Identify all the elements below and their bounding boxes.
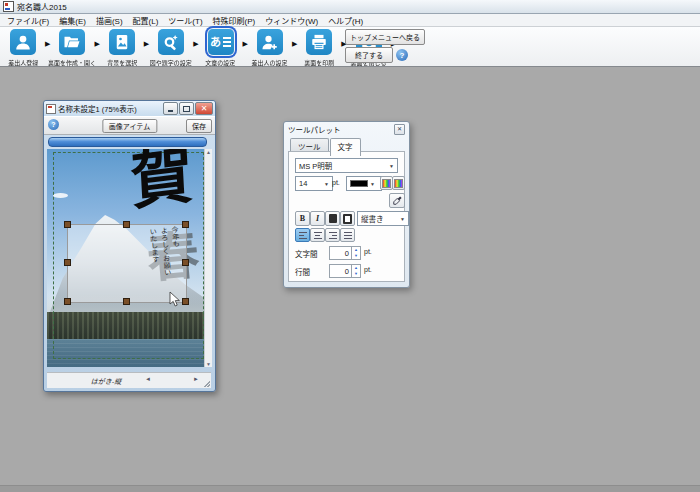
palette-title-bar[interactable]: ツールパレット ✕ <box>284 122 409 136</box>
step-create-open-back[interactable]: 裏面を作成・開く <box>52 29 92 67</box>
handle-bottom-left[interactable] <box>64 298 71 305</box>
shadow-style-icon <box>329 214 337 223</box>
italic-button[interactable]: I <box>310 211 325 226</box>
step-label: 裏面を印刷 <box>304 57 334 66</box>
spin-down-icon: ▼ <box>352 271 360 277</box>
menu-window[interactable]: ウィンドウ(W) <box>260 15 323 26</box>
step-arrow-icon: ▶ <box>243 40 248 48</box>
chevron-down-icon: ▼ <box>400 216 405 222</box>
greeting-text[interactable]: 今年も よろしくお願い いたします <box>146 226 185 301</box>
document-window[interactable]: 名称未設定1 (75%表示) ✕ ? 画像アイテム 保存 賀 春 <box>43 100 216 392</box>
char-spacing-input[interactable]: 0 ▲▼ <box>329 246 361 260</box>
chevron-down-icon: ▼ <box>324 181 329 187</box>
menu-draw[interactable]: 描画(S) <box>91 15 128 26</box>
handle-top-right[interactable] <box>182 221 189 228</box>
bold-button[interactable]: B <box>295 211 310 226</box>
document-title-bar[interactable]: 名称未設定1 (75%表示) ✕ <box>44 101 215 116</box>
step-select-background[interactable]: 背景を選択 <box>102 29 142 67</box>
orientation-select[interactable]: 縦書き ▼ <box>357 211 409 226</box>
gradient-colors-button[interactable] <box>392 176 405 190</box>
align-justify-button[interactable] <box>340 228 355 242</box>
step-label: 差出人の設定 <box>252 57 288 66</box>
tool-palette-window[interactable]: ツールパレット ✕ ツール 文字 MS P明朝 ▼ 14 ▼ pt. ▼ <box>283 121 410 288</box>
outline-style-button[interactable] <box>340 211 355 226</box>
handle-bottom-right[interactable] <box>182 298 189 305</box>
handle-bottom-center[interactable] <box>123 298 130 305</box>
toolbar-right-controls: トップメニューへ戻る 終了する ? <box>345 29 425 63</box>
background-image-icon <box>109 29 135 55</box>
menu-help[interactable]: ヘルプ(H) <box>323 15 368 26</box>
resize-grip[interactable] <box>204 381 210 387</box>
menu-layout[interactable]: 配置(L) <box>128 15 164 26</box>
document-icon <box>46 104 56 114</box>
handle-mid-left[interactable] <box>64 259 71 266</box>
char-spacing-value: 0 <box>330 249 351 258</box>
step-arrow-icon: ▶ <box>144 40 149 48</box>
printer-icon <box>306 29 332 55</box>
scroll-down-icon[interactable]: ▼ <box>206 361 211 367</box>
mouse-cursor <box>169 291 180 311</box>
char-spacing-unit: pt. <box>364 248 372 255</box>
workspace: 名称未設定1 (75%表示) ✕ ? 画像アイテム 保存 賀 春 <box>0 67 700 492</box>
step-label: 差出人登録 <box>8 57 38 66</box>
maximize-button[interactable] <box>179 102 194 115</box>
align-center-button[interactable] <box>310 228 325 242</box>
vertical-scrollbar[interactable]: ▲ ▼ <box>204 149 212 367</box>
font-size-value: 14 <box>299 179 322 188</box>
char-spacing-label: 文字間 <box>295 248 318 259</box>
tab-text[interactable]: 文字 <box>330 138 361 156</box>
stamp-magnifier-icon <box>158 29 184 55</box>
shadow-style-button[interactable] <box>325 211 340 226</box>
calligraphy-ga[interactable]: 賀 <box>129 149 194 217</box>
step-label: 裏面を作成・開く <box>48 57 96 66</box>
menu-special-print[interactable]: 特殊印刷(P) <box>208 15 261 26</box>
step-arrow-icon: ▶ <box>193 40 198 48</box>
save-button[interactable]: 保存 <box>186 119 212 133</box>
help-icon[interactable]: ? <box>396 49 408 61</box>
menu-tools[interactable]: ツール(T) <box>163 15 207 26</box>
palette-close-icon[interactable]: ✕ <box>394 124 405 135</box>
document-status-bar: はがき-縦 ◄ ► <box>47 372 211 388</box>
eyedropper-button[interactable] <box>389 193 405 208</box>
char-spacing-stepper[interactable]: ▲▼ <box>351 247 360 259</box>
scroll-up-icon[interactable]: ▲ <box>206 149 211 155</box>
step-figure-title-settings[interactable]: 図や題字の設定 <box>151 29 191 67</box>
menu-file[interactable]: ファイル(F) <box>2 15 54 26</box>
menu-edit[interactable]: 編集(E) <box>54 15 91 26</box>
scroll-left-icon[interactable]: ◄ <box>145 376 151 382</box>
align-justify-icon <box>344 232 352 239</box>
text-tab-panel: MS P明朝 ▼ 14 ▼ pt. ▼ B <box>288 151 405 282</box>
window-buttons: ✕ <box>163 102 213 115</box>
align-bottom-button[interactable] <box>325 228 340 242</box>
doc-help-icon[interactable]: ? <box>48 119 59 130</box>
step-text-settings[interactable]: あ 文章の設定 <box>201 29 241 67</box>
size-unit-label: pt. <box>332 179 340 186</box>
handle-mid-right[interactable] <box>182 259 189 266</box>
font-family-value: MS P明朝 <box>299 160 387 171</box>
postcard-canvas[interactable]: 賀 春 今年も よろしくお願い いたします <box>47 149 204 367</box>
align-top-button[interactable] <box>295 228 310 242</box>
line-spacing-stepper[interactable]: ▲▼ <box>351 265 360 277</box>
back-to-top-menu-button[interactable]: トップメニューへ戻る <box>345 29 425 45</box>
selected-item-bar[interactable] <box>48 137 207 147</box>
font-family-select[interactable]: MS P明朝 ▼ <box>295 158 398 173</box>
scroll-right-icon[interactable]: ► <box>193 376 199 382</box>
step-print-back[interactable]: 裏面を印刷 <box>299 29 339 67</box>
text-lines-icon: あ <box>208 29 234 55</box>
exit-button[interactable]: 終了する <box>345 47 393 63</box>
step-sender-settings[interactable]: 差出人の設定 <box>250 29 290 67</box>
align-bottom-icon <box>329 232 337 239</box>
align-top-icon <box>299 232 307 239</box>
close-button[interactable]: ✕ <box>195 102 213 115</box>
handle-top-center[interactable] <box>123 221 130 228</box>
item-type-button[interactable]: 画像アイテム <box>102 119 157 133</box>
font-size-select[interactable]: 14 ▼ <box>295 176 333 191</box>
step-label: 図や題字の設定 <box>150 57 192 66</box>
step-sender-register[interactable]: 差出人登録 <box>3 29 43 67</box>
handle-top-left[interactable] <box>64 221 71 228</box>
font-color-select[interactable]: ▼ <box>346 176 382 191</box>
minimize-button[interactable] <box>163 102 178 115</box>
spin-down-icon: ▼ <box>352 253 360 259</box>
line-spacing-input[interactable]: 0 ▲▼ <box>329 264 361 278</box>
menu-bar: ファイル(F) 編集(E) 描画(S) 配置(L) ツール(T) 特殊印刷(P)… <box>0 14 700 27</box>
